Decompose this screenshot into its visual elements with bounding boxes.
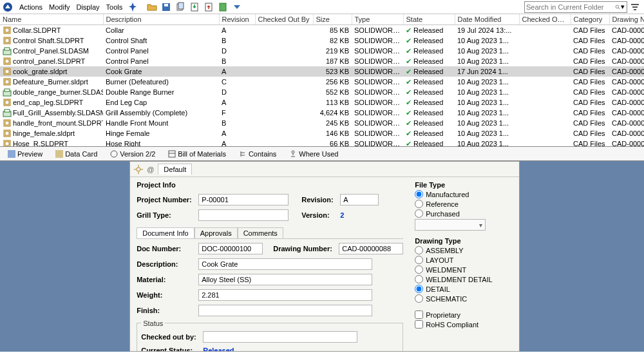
column-header[interactable]: Checked Out By [255, 14, 313, 25]
search-box[interactable]: ▾ [524, 1, 627, 13]
table-row[interactable]: cook_grate.sldprtCook GrateA523 KBSOLIDW… [0, 66, 644, 77]
project-number-field[interactable] [198, 194, 289, 205]
gear-icon[interactable] [134, 165, 143, 174]
drawing-number-field[interactable] [339, 243, 403, 254]
file-type-radio[interactable] [415, 190, 423, 198]
cell-category: CAD Files [571, 87, 609, 97]
cell-size: 219 KB [313, 46, 352, 56]
drawing-type-radio[interactable] [415, 256, 423, 264]
column-header[interactable]: Name [0, 14, 103, 25]
search-input[interactable] [526, 3, 615, 11]
doctab-document-info[interactable]: Document Info [137, 227, 194, 238]
cell-state: Released [413, 68, 443, 75]
drawing-type-radio[interactable] [415, 285, 423, 293]
search-dropdown-icon[interactable]: ▾ [620, 3, 625, 11]
cell-description: Double Range Burner [103, 87, 219, 97]
table-row[interactable]: Collar.SLDPRTCollarA85 KBSOLIDWORKS ...✔… [0, 25, 644, 36]
drawing-type-radio[interactable] [415, 294, 423, 303]
drawing-type-radio[interactable] [415, 265, 423, 274]
table-row[interactable]: handle_front_mount.SLDPRTHandle Front Mo… [0, 118, 644, 128]
column-header[interactable]: Size [313, 14, 352, 25]
description-field[interactable] [198, 258, 372, 270]
radio-label: LAYOUT [426, 256, 453, 264]
column-header[interactable]: Drawing Num... [609, 14, 644, 25]
dropdown-arrow-icon[interactable] [231, 1, 243, 13]
column-header[interactable]: Type [352, 14, 403, 25]
radio-label: Purchased [426, 210, 460, 218]
save-icon[interactable] [160, 1, 172, 13]
table-row[interactable]: Defeature_Burner.sldprtBurner (Defeature… [0, 77, 644, 87]
menu-tools[interactable]: Tools [104, 2, 126, 12]
checkout-icon[interactable] [203, 1, 214, 13]
table-row[interactable]: Full_Grill_Assembly.SLDASMGrill Assembly… [0, 108, 644, 118]
detail-tabs[interactable]: Preview Data Card Version 2/2 Bill of Ma… [0, 147, 644, 161]
copy-icon[interactable] [175, 1, 186, 13]
column-header[interactable]: Description [103, 14, 219, 25]
material-field[interactable] [198, 274, 372, 285]
svg-point-8 [616, 5, 619, 8]
weight-field[interactable] [198, 289, 372, 301]
menu-display[interactable]: Display [73, 2, 102, 12]
column-header[interactable]: Revision [219, 14, 255, 25]
cell-drawing-number: CAD-00000092 [609, 108, 644, 118]
drawing-type-radio[interactable] [415, 246, 423, 254]
grill-type-field[interactable] [198, 209, 289, 221]
file-name: Full_Grill_Assembly.SLDASM [13, 109, 103, 117]
part-icon [3, 36, 12, 45]
tab-contains[interactable]: Contains [235, 149, 280, 159]
search-icon[interactable] [615, 5, 620, 10]
proprietary-checkbox[interactable] [415, 310, 423, 319]
card-tab-default[interactable]: Default [158, 164, 192, 175]
menu-actions[interactable]: Actions [17, 2, 45, 12]
menu-modify[interactable]: Modify [46, 2, 72, 12]
table-row[interactable]: hinge_female.sldprtHinge FemaleA146 KBSO… [0, 128, 644, 138]
cell-state: Released [413, 47, 443, 55]
file-type-extra-select[interactable]: ▾ [415, 219, 486, 231]
rohs-checkbox[interactable] [415, 320, 423, 329]
column-header[interactable]: Date Modified [455, 14, 519, 25]
finish-field[interactable] [198, 305, 372, 316]
unknown-green-icon[interactable] [217, 1, 229, 13]
file-type-radio[interactable] [415, 209, 423, 218]
cell-size: 113 KB [313, 97, 352, 108]
tab-version[interactable]: Version 2/2 [106, 149, 159, 159]
pin-icon[interactable] [127, 1, 138, 13]
drawing-type-radio[interactable] [415, 275, 423, 283]
doctab-approvals[interactable]: Approvals [194, 227, 238, 238]
file-name: control_panel.SLDPRT [13, 57, 85, 65]
table-row[interactable]: Control_Panel.SLDASMControl PanelD219 KB… [0, 46, 644, 56]
table-row[interactable]: end_cap_leg.SLDPRTEnd Leg CapA113 KBSOLI… [0, 97, 644, 108]
at-config-icon[interactable]: @ [147, 166, 154, 173]
checked-out-by-label: Checked out by: [141, 333, 199, 341]
revision-field[interactable] [340, 194, 379, 205]
file-list[interactable]: NameDescriptionRevisionChecked Out BySiz… [0, 14, 644, 147]
assembly-icon [3, 108, 12, 117]
part-icon [3, 139, 12, 147]
filter-icon[interactable] [629, 1, 641, 13]
table-row[interactable]: Control Shaft.SLDPRTControl ShaftB82 KBS… [0, 35, 644, 46]
part-icon [3, 98, 12, 107]
checked-out-by-field[interactable] [203, 331, 357, 343]
tab-where-used[interactable]: Where Used [285, 149, 342, 159]
file-type-radio[interactable] [415, 200, 423, 208]
doctab-comments[interactable]: Comments [238, 227, 283, 238]
table-row[interactable]: double_range_burner.SLDASMDouble Range B… [0, 87, 644, 97]
cell-type: SOLIDWORKS ... [352, 25, 403, 36]
table-row[interactable]: control_panel.SLDPRTControl PanelB187 KB… [0, 56, 644, 66]
svg-rect-7 [220, 3, 226, 11]
column-header[interactable]: State [403, 14, 455, 25]
cell-checked-out-in [519, 118, 571, 128]
tab-bom[interactable]: Bill of Materials [164, 149, 230, 159]
column-header[interactable]: Category [571, 14, 609, 25]
doc-number-field[interactable] [198, 243, 263, 254]
tab-preview[interactable]: Preview [4, 149, 46, 159]
cell-category: CAD Files [571, 56, 609, 66]
version-value: 2 [340, 211, 344, 219]
column-header[interactable]: Checked Out In [519, 14, 571, 25]
folder-open-icon[interactable] [146, 1, 158, 13]
cell-drawing-number: CAD-00000086 [609, 46, 644, 56]
cell-checked-out-by [255, 108, 313, 118]
table-row[interactable]: Hose_R.SLDPRTHose RightA66 KBSOLIDWORKS … [0, 138, 644, 147]
checkin-icon[interactable] [189, 1, 200, 13]
tab-data-card[interactable]: Data Card [52, 149, 101, 159]
